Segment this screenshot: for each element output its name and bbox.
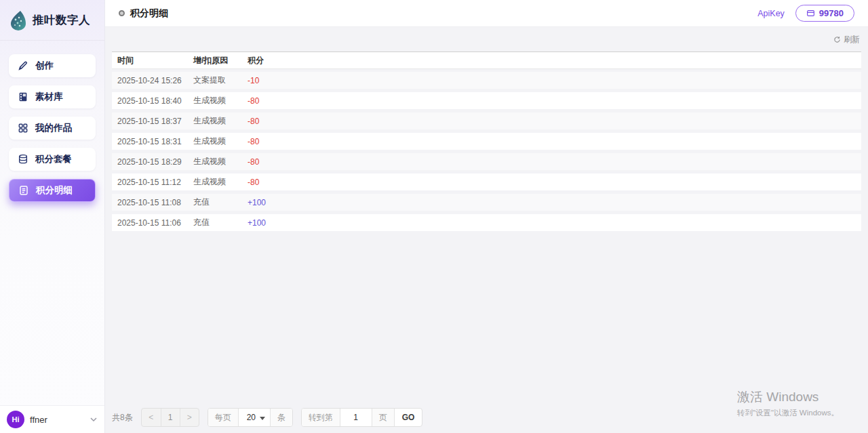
points-badge[interactable]: 99780 <box>795 5 854 22</box>
cell-points: -10 <box>248 76 861 85</box>
per-page-label: 每页 <box>208 409 238 426</box>
cell-reason: 生成视频 <box>193 176 248 188</box>
table-header: 时间 增/扣原因 积分 <box>112 51 861 69</box>
cell-reason: 生成视频 <box>193 156 248 167</box>
page-number-button[interactable]: 1 <box>161 409 180 426</box>
per-page-select[interactable]: 20 <box>239 409 270 426</box>
bullet-icon <box>119 10 125 16</box>
apikey-link[interactable]: ApiKey <box>757 9 785 18</box>
table-row: 2025-10-15 11:12 生成视频 -80 <box>112 173 861 190</box>
table-row: 2025-10-24 15:26 文案提取 -10 <box>112 72 861 89</box>
per-page-unit: 条 <box>270 409 292 426</box>
col-reason: 增/扣原因 <box>193 55 248 66</box>
sidebar-item-document[interactable]: 积分明细 <box>9 179 96 202</box>
col-time: 时间 <box>117 55 193 66</box>
cell-reason: 生成视频 <box>193 95 248 106</box>
goto-input-wrap <box>340 409 372 426</box>
per-page-group: 每页 20 条 <box>208 408 293 427</box>
refresh-label: 刷新 <box>844 34 860 45</box>
grid-icon <box>18 123 28 133</box>
refresh-icon <box>833 36 841 43</box>
avatar: Hi <box>7 411 24 428</box>
sidebar-item-label: 创作 <box>35 60 54 72</box>
table-row: 2025-10-15 18:40 生成视频 -80 <box>112 92 861 109</box>
table-body: 2025-10-24 15:26 文案提取 -10 2025-10-15 18:… <box>112 72 861 231</box>
content: 刷新 时间 增/扣原因 积分 2025-10-24 15:26 文案提取 -10… <box>105 27 868 433</box>
goto-page-input[interactable] <box>340 409 372 426</box>
user-bar[interactable]: Hi ffner <box>0 405 104 433</box>
document-icon <box>18 185 29 196</box>
table-row: 2025-10-15 11:06 充值 +100 <box>112 214 861 231</box>
cell-reason: 充值 <box>193 217 248 228</box>
leaf-logo-icon <box>9 10 27 30</box>
cell-reason: 生成视频 <box>193 115 248 127</box>
chevron-down-icon[interactable] <box>90 415 98 424</box>
sidebar-item-label: 积分套餐 <box>35 153 72 165</box>
sidebar-item-label: 我的作品 <box>35 122 72 134</box>
per-page-select-wrap: 20 <box>238 409 270 426</box>
goto-group: 转到第 页 GO <box>301 408 423 427</box>
cell-points: -80 <box>248 157 861 167</box>
sidebar: 推叶数字人 创作 素材库 我的作品 积分套餐 积分明细 Hi ffner <box>0 0 105 433</box>
cell-time: 2025-10-24 15:26 <box>117 76 193 85</box>
app-title: 推叶数字人 <box>33 13 90 28</box>
sidebar-item-label: 积分明细 <box>36 184 73 197</box>
cell-time: 2025-10-15 18:37 <box>117 117 193 126</box>
table-row: 2025-10-15 18:37 生成视频 -80 <box>112 112 861 129</box>
main-area: 积分明细 ApiKey 99780 <box>105 0 868 433</box>
goto-label: 转到第 <box>302 409 340 426</box>
table-row: 2025-10-15 11:08 充值 +100 <box>112 194 861 211</box>
pagination: 共8条 < 1 > 每页 20 条 转到 <box>112 408 422 427</box>
user-name: ffner <box>30 415 47 425</box>
cell-points: -80 <box>248 178 861 187</box>
cell-reason: 文案提取 <box>193 75 248 86</box>
cell-time: 2025-10-15 18:31 <box>117 137 193 146</box>
cell-points: -80 <box>248 96 861 106</box>
pager: < 1 > <box>141 408 199 427</box>
cell-time: 2025-10-15 11:12 <box>117 178 193 187</box>
cell-time: 2025-10-15 11:06 <box>117 218 193 228</box>
topbar-right: ApiKey 99780 <box>757 5 854 22</box>
cell-points: +100 <box>248 198 861 207</box>
goto-page-label: 页 <box>372 409 394 426</box>
sidebar-item-coins[interactable]: 积分套餐 <box>9 148 96 171</box>
go-button[interactable]: GO <box>394 409 422 426</box>
logo: 推叶数字人 <box>0 0 104 41</box>
cell-reason: 生成视频 <box>193 136 248 147</box>
cell-time: 2025-10-15 18:40 <box>117 96 193 106</box>
cell-reason: 充值 <box>193 197 248 208</box>
sidebar-menu: 创作 素材库 我的作品 积分套餐 积分明细 <box>0 41 104 405</box>
page-title: 积分明细 <box>130 7 168 20</box>
media-icon <box>18 91 28 102</box>
cell-points: -80 <box>248 117 861 126</box>
col-points: 积分 <box>248 55 861 66</box>
page-title-group: 积分明细 <box>119 7 168 20</box>
sidebar-item-media[interactable]: 素材库 <box>9 85 96 108</box>
cell-time: 2025-10-15 11:08 <box>117 198 193 207</box>
points-table: 时间 增/扣原因 积分 2025-10-24 15:26 文案提取 -10 20… <box>112 51 861 231</box>
cell-points: +100 <box>248 218 861 228</box>
sidebar-item-label: 素材库 <box>35 91 63 103</box>
refresh-row: 刷新 <box>112 27 861 51</box>
table-row: 2025-10-15 18:29 生成视频 -80 <box>112 153 861 170</box>
pencil-icon <box>18 60 28 71</box>
sidebar-item-pencil[interactable]: 创作 <box>9 54 96 77</box>
card-icon <box>806 9 815 18</box>
cell-time: 2025-10-15 18:29 <box>117 157 193 167</box>
points-value: 99780 <box>819 8 844 18</box>
topbar: 积分明细 ApiKey 99780 <box>105 0 868 27</box>
table-row: 2025-10-15 18:31 生成视频 -80 <box>112 133 861 150</box>
app-root: 推叶数字人 创作 素材库 我的作品 积分套餐 积分明细 Hi ffner <box>0 0 868 433</box>
cell-points: -80 <box>248 137 861 146</box>
total-count: 共8条 <box>112 412 133 424</box>
coins-icon <box>18 154 28 165</box>
sidebar-item-grid[interactable]: 我的作品 <box>9 117 96 140</box>
prev-page-button[interactable]: < <box>142 409 161 426</box>
refresh-button[interactable]: 刷新 <box>833 34 860 45</box>
next-page-button[interactable]: > <box>180 409 199 426</box>
